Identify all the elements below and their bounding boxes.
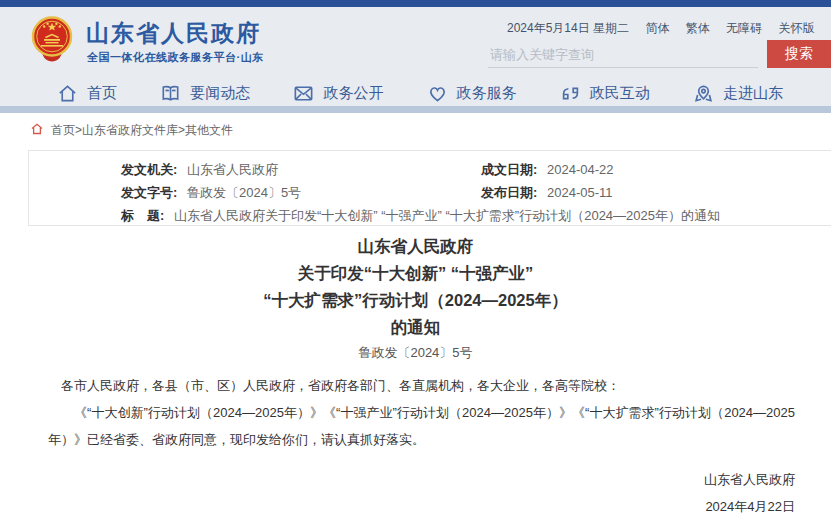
search-input[interactable]: [488, 41, 758, 68]
chat-icon: [559, 82, 582, 105]
book-icon: [159, 82, 182, 105]
breadcrumb-path: 首页>山东省政府文件库>其他文件: [51, 122, 233, 139]
current-date: 2024年5月14日 星期二: [507, 21, 629, 35]
meta-title-label: 标 题:: [121, 208, 164, 223]
meta-pub-date: 发布日期: 2024-05-11: [481, 184, 613, 202]
document-paragraph: 各市人民政府，各县（市、区）人民政府，省政府各部门、各直属机构，各大企业，各高等…: [48, 372, 795, 399]
nav-label: 政务公开: [323, 84, 383, 103]
nav-item-about-shandong[interactable]: 走进山东: [692, 82, 783, 105]
document-signature: 山东省人民政府 2024年4月22日: [48, 466, 795, 520]
map-pin-icon: [692, 82, 715, 105]
top-bar: [0, 0, 831, 7]
nav-item-news[interactable]: 要闻动态: [159, 82, 250, 105]
link-simplified[interactable]: 简体: [645, 21, 669, 35]
document-meta-box: 发文机关: 山东省人民政府 成文日期: 2024-04-22 发文字号: 鲁政发…: [28, 150, 831, 226]
site-subtitle: 全国一体化在线政务服务平台·山东: [87, 50, 264, 65]
link-traditional[interactable]: 繁体: [686, 21, 710, 35]
nav-label: 要闻动态: [190, 84, 250, 103]
document-body: 各市人民政府，各县（市、区）人民政府，省政府各部门、各直属机构，各大企业，各高等…: [48, 372, 795, 453]
site-title[interactable]: 山东省人民政府: [86, 18, 261, 49]
nav-item-gov-info[interactable]: 政务公开: [292, 82, 383, 105]
meta-written-date-label: 成文日期:: [481, 162, 537, 177]
mail-icon: [292, 82, 315, 105]
meta-doc-number-value: 鲁政发〔2024〕5号: [187, 185, 301, 200]
meta-title-value: 山东省人民政府关于印发“十大创新” “十强产业” “十大扩需求”行动计划（202…: [174, 208, 720, 223]
nav-label: 政务服务: [457, 84, 517, 103]
header-divider-strip: [0, 106, 831, 113]
national-emblem-icon: [30, 15, 74, 65]
page: 山东省人民政府 全国一体化在线政务服务平台·山东 2024年5月14日 星期二 …: [0, 0, 831, 522]
meta-title: 标 题: 山东省人民政府关于印发“十大创新” “十强产业” “十大扩需求”行动计…: [121, 207, 720, 225]
header: 山东省人民政府 全国一体化在线政务服务平台·山东 2024年5月14日 星期二 …: [0, 7, 831, 106]
nav-item-interaction[interactable]: 政民互动: [559, 82, 650, 105]
link-care-mode[interactable]: 关怀版: [778, 21, 814, 35]
meta-pub-date-value: 2024-05-11: [547, 185, 613, 200]
document-title-line: “十大扩需求”行动计划（2024—2025年）: [0, 287, 831, 314]
nav-label: 走进山东: [723, 84, 783, 103]
document-title-line: 山东省人民政府: [0, 233, 831, 260]
meta-issuer-value: 山东省人民政府: [187, 162, 278, 177]
document-title: 山东省人民政府 关于印发“十大创新” “十强产业” “十大扩需求”行动计划（20…: [0, 233, 831, 341]
heart-icon: [426, 82, 449, 105]
document-sign-date: 2024年4月22日: [48, 493, 795, 520]
document-paragraph: 《“十大创新”行动计划（2024—2025年）》《“十强产业”行动计划（2024…: [48, 399, 795, 453]
meta-pub-date-label: 发布日期:: [481, 185, 537, 200]
document-title-line: 关于印发“十大创新” “十强产业”: [0, 260, 831, 287]
document-signer: 山东省人民政府: [48, 466, 795, 493]
utility-bar: 2024年5月14日 星期二 简体 繁体 无障碍 关怀版 智能机器人 登录 注册: [507, 20, 831, 37]
meta-doc-number: 发文字号: 鲁政发〔2024〕5号: [121, 184, 301, 202]
document-title-line: 的通知: [0, 314, 831, 341]
link-accessibility[interactable]: 无障碍: [726, 21, 762, 35]
nav-item-services[interactable]: 政务服务: [426, 82, 517, 105]
nav-label: 政民互动: [590, 84, 650, 103]
home-icon: [56, 82, 79, 105]
breadcrumb[interactable]: 首页>山东省政府文件库>其他文件: [30, 122, 233, 139]
breadcrumb-home-icon: [30, 122, 44, 139]
meta-doc-number-label: 发文字号:: [121, 185, 177, 200]
nav-label: 首页: [87, 84, 117, 103]
meta-written-date: 成文日期: 2024-04-22: [481, 161, 613, 179]
search-button[interactable]: 搜索: [767, 40, 831, 68]
meta-issuer: 发文机关: 山东省人民政府: [121, 161, 278, 179]
meta-issuer-label: 发文机关:: [121, 162, 177, 177]
nav-item-home[interactable]: 首页: [56, 82, 117, 105]
document-number: 鲁政发〔2024〕5号: [0, 344, 831, 362]
meta-written-date-value: 2024-04-22: [547, 162, 614, 177]
